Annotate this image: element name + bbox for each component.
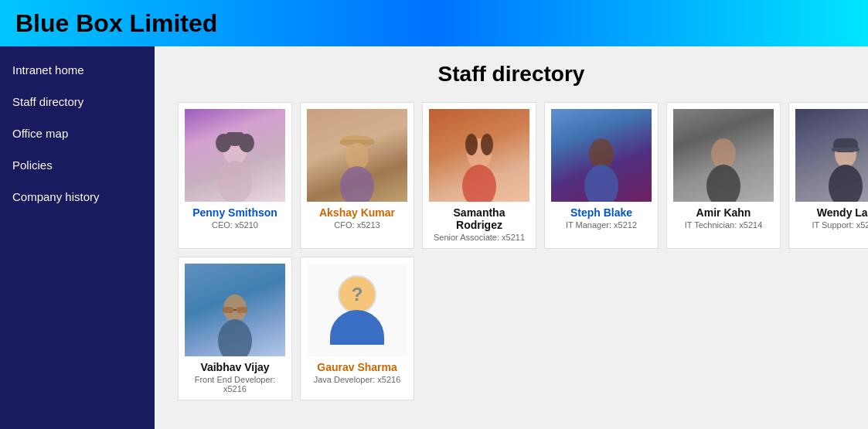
svg-point-14	[584, 165, 618, 202]
svg-point-8	[340, 166, 374, 202]
sidebar-item-company-history[interactable]: Company history	[0, 181, 155, 213]
svg-point-11	[465, 134, 478, 155]
svg-point-16	[706, 165, 740, 202]
staff-role-samantha: Senior Associate: x5211	[434, 233, 525, 242]
staff-photo-wendy	[795, 109, 868, 202]
staff-role-vaibhav: Front End Developer: x5216	[185, 375, 285, 393]
staff-photo-steph	[551, 109, 652, 202]
staff-card-akshay[interactable]: Akshay Kumar CFO: x5213	[300, 102, 414, 249]
staff-photo-akshay	[307, 109, 407, 202]
svg-point-10	[462, 165, 496, 202]
staff-role-akshay: CFO: x5213	[334, 220, 380, 230]
svg-point-12	[481, 134, 493, 155]
svg-rect-23	[223, 307, 233, 313]
staff-role-penny: CEO: x5210	[212, 220, 258, 230]
staff-card-gaurav[interactable]: ? Gaurav Sharma Java Developer: x5216	[300, 257, 414, 400]
sidebar-item-policies[interactable]: Policies	[0, 149, 155, 181]
staff-card-vaibhav[interactable]: Vaibhav Vijay Front End Developer: x5216	[178, 257, 292, 400]
staff-name-akshay: Akshay Kumar	[319, 206, 395, 219]
main-content: Staff directory Penny Smithson CEO: x521	[155, 46, 868, 429]
svg-point-22	[218, 319, 252, 356]
staff-card-steph[interactable]: Steph Blake IT Manager: x5212	[544, 102, 659, 249]
svg-point-4	[239, 134, 254, 152]
svg-rect-20	[832, 148, 859, 152]
staff-photo-vaibhav	[185, 264, 285, 356]
staff-photo-amir	[673, 109, 774, 202]
svg-rect-24	[237, 307, 247, 313]
staff-card-penny[interactable]: Penny Smithson CEO: x5210	[178, 102, 292, 249]
staff-role-wendy: IT Support: x5215	[812, 220, 868, 230]
staff-photo-gaurav: ?	[307, 264, 407, 356]
staff-card-wendy[interactable]: Wendy Lan IT Support: x5215	[788, 102, 868, 249]
sidebar: Intranet home Staff directory Office map…	[0, 46, 155, 429]
svg-point-1	[218, 161, 252, 202]
staff-photo-penny	[185, 109, 285, 202]
staff-role-amir: IT Technician: x5214	[685, 220, 763, 230]
placeholder-head: ?	[338, 275, 376, 314]
sidebar-item-office-map[interactable]: Office map	[0, 117, 155, 149]
staff-name-vaibhav: Vaibhav Vijay	[200, 361, 269, 373]
staff-role-steph: IT Manager: x5212	[566, 220, 637, 230]
main-layout: Intranet home Staff directory Office map…	[0, 46, 868, 429]
staff-name-samantha: Samantha Rodrigez	[429, 206, 529, 231]
sidebar-item-staff-directory[interactable]: Staff directory	[0, 86, 155, 117]
staff-card-amir[interactable]: Amir Kahn IT Technician: x5214	[666, 102, 781, 249]
app-title: Blue Box Limited	[15, 9, 217, 38]
staff-name-wendy: Wendy Lan	[817, 206, 868, 219]
header: Blue Box Limited	[0, 0, 868, 46]
staff-card-samantha[interactable]: Samantha Rodrigez Senior Associate: x521…	[422, 102, 536, 249]
svg-point-18	[829, 165, 863, 202]
placeholder-body	[330, 310, 384, 345]
page-title: Staff directory	[178, 62, 845, 87]
sidebar-item-intranet-home[interactable]: Intranet home	[0, 54, 155, 86]
staff-photo-samantha	[429, 109, 529, 202]
staff-grid-row2: Vaibhav Vijay Front End Developer: x5216…	[178, 257, 845, 400]
staff-role-gaurav: Java Developer: x5216	[314, 375, 401, 384]
placeholder-figure: ?	[330, 275, 384, 345]
staff-name-penny: Penny Smithson	[192, 206, 277, 219]
staff-grid-row1: Penny Smithson CEO: x5210 Akshay Kumar C…	[178, 102, 845, 249]
staff-name-steph: Steph Blake	[570, 206, 632, 219]
staff-name-gaurav: Gaurav Sharma	[317, 361, 397, 373]
staff-name-amir: Amir Kahn	[696, 206, 751, 219]
